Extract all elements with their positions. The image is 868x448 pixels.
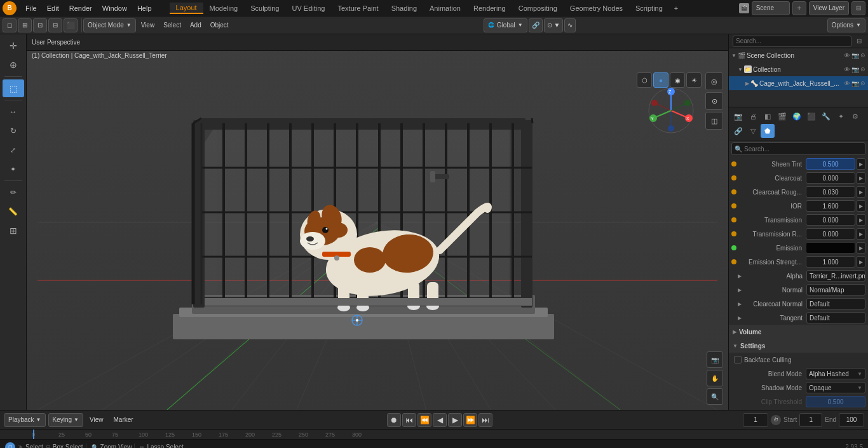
- tab-modeling[interactable]: Modeling: [203, 3, 245, 13]
- snap-btn[interactable]: 🔗: [529, 18, 543, 32]
- clearcoat-right-btn[interactable]: ▶: [857, 172, 865, 184]
- clearcoat-dot[interactable]: [731, 175, 736, 180]
- mode-icon-3[interactable]: ⊡: [33, 18, 47, 32]
- mode-icon-4[interactable]: ⊟: [48, 18, 62, 32]
- particles-props-icon[interactable]: ✦: [834, 109, 848, 123]
- mode-icon-5[interactable]: ⬛: [64, 18, 78, 32]
- object-mode-dropdown[interactable]: Object Mode▼: [83, 18, 136, 32]
- eye-icon[interactable]: 👁: [844, 52, 850, 59]
- camera-icon-sm[interactable]: 📷: [851, 52, 859, 59]
- stop-btn[interactable]: ⏺: [387, 413, 401, 427]
- tab-geometry-nodes[interactable]: Geometry Nodes: [564, 3, 629, 13]
- timeline-view-menu[interactable]: View: [86, 413, 107, 427]
- transform-tool[interactable]: ↔: [3, 103, 24, 121]
- clearcoat-normal-value[interactable]: Default: [806, 298, 865, 309]
- view-layer-props-icon[interactable]: ◧: [761, 109, 775, 123]
- keying-dropdown[interactable]: Keying▼: [48, 413, 84, 427]
- scene-props-icon[interactable]: 🎬: [775, 109, 789, 123]
- zoom-status[interactable]: 🔍 Zoom View: [86, 444, 132, 448]
- play-back-btn[interactable]: ◀: [433, 413, 447, 427]
- menu-window[interactable]: Window: [97, 3, 132, 13]
- sheen-tint-dot[interactable]: [731, 161, 736, 166]
- object-menu[interactable]: Object: [207, 18, 233, 32]
- normal-value[interactable]: Normal/Map: [806, 284, 865, 295]
- cr-right-btn[interactable]: ▶: [857, 186, 865, 198]
- material-props-icon[interactable]: ⬟: [761, 124, 775, 138]
- outliner-filter-btn[interactable]: ⊟: [854, 36, 864, 46]
- normal-expand[interactable]: ▶: [738, 287, 742, 293]
- view-menu[interactable]: View: [137, 18, 159, 32]
- backface-culling-checkbox[interactable]: [734, 356, 742, 363]
- transmission-r-value[interactable]: 0.000: [806, 228, 855, 240]
- step-forward-btn[interactable]: ⏩: [463, 413, 477, 427]
- cursor-tool[interactable]: ✛: [3, 37, 24, 55]
- clearcoat-value[interactable]: 0.000: [806, 172, 855, 184]
- annotate-tool[interactable]: ✏: [3, 184, 24, 201]
- tab-scripting[interactable]: Scripting: [629, 3, 669, 13]
- tab-compositing[interactable]: Compositing: [512, 3, 564, 13]
- alpha-value[interactable]: Terrier_R...invert.png: [806, 270, 865, 282]
- jump-start-btn[interactable]: ⏮: [402, 413, 416, 427]
- add-object-tool[interactable]: ⊞: [3, 222, 24, 240]
- sheen-tint-value[interactable]: 0.500: [806, 158, 855, 170]
- emission-color[interactable]: [806, 242, 855, 254]
- play-btn[interactable]: ▶: [448, 413, 462, 427]
- emission-dot[interactable]: [731, 245, 736, 250]
- select-menu[interactable]: Select: [159, 18, 185, 32]
- render-icon[interactable]: ⊙: [860, 52, 865, 58]
- alpha-expand[interactable]: ▶: [738, 273, 742, 279]
- tab-layout[interactable]: Layout: [170, 3, 203, 14]
- properties-search-input[interactable]: [744, 146, 862, 153]
- tangent-expand[interactable]: ▶: [738, 315, 742, 321]
- transmission-right-btn[interactable]: ▶: [857, 214, 865, 226]
- ior-dot[interactable]: [731, 203, 736, 208]
- tangent-value[interactable]: Default: [806, 312, 865, 323]
- object-props-icon[interactable]: ⬛: [804, 109, 818, 123]
- viewport-shading-btn[interactable]: ◎: [705, 72, 723, 90]
- new-scene-btn[interactable]: +: [792, 1, 806, 15]
- move-tool[interactable]: ⊕: [3, 56, 24, 74]
- output-props-icon[interactable]: 🖨: [746, 109, 760, 123]
- box-select-status[interactable]: ⊟ Box Select: [46, 444, 83, 448]
- lasso-status[interactable]: ✏ Lasso Select: [134, 444, 183, 448]
- mode-icon-2[interactable]: ⊞: [18, 18, 32, 32]
- menu-render[interactable]: Render: [64, 3, 97, 13]
- tab-add[interactable]: +: [669, 3, 683, 13]
- clearcoat-roughness-value[interactable]: 0.030: [806, 186, 855, 198]
- volume-section[interactable]: ▶ Volume: [729, 325, 868, 339]
- world-props-icon[interactable]: 🌍: [790, 109, 804, 123]
- clip-threshold-value[interactable]: 0.500: [806, 396, 865, 407]
- add-menu[interactable]: Add: [186, 18, 205, 32]
- clearcoat-roughness-dot[interactable]: [731, 189, 736, 194]
- modifier-props-icon[interactable]: 🔧: [819, 109, 833, 123]
- camera-view-btn[interactable]: 📷: [707, 351, 723, 368]
- view-layer-selector[interactable]: View Layer: [809, 1, 849, 15]
- camera-icon-sm-3[interactable]: 📷: [851, 80, 859, 87]
- playback-dropdown[interactable]: Playback▼: [4, 413, 46, 427]
- outliner-search[interactable]: [733, 36, 851, 47]
- emission-strength-value[interactable]: 1.000: [806, 256, 855, 268]
- es-right-btn[interactable]: ▶: [857, 256, 865, 268]
- transmission-dot[interactable]: [731, 217, 736, 222]
- tr-right-btn[interactable]: ▶: [857, 228, 865, 240]
- proportional-btn[interactable]: ⊙ ▼: [544, 18, 564, 32]
- jump-end-btn[interactable]: ⏭: [478, 413, 492, 427]
- physics-props-icon[interactable]: ⚙: [848, 109, 862, 123]
- object-row[interactable]: ▶ 🦴 Cage_with_Jack_Russell_... 👁 📷 ⊙: [729, 76, 868, 90]
- emission-strength-dot[interactable]: [731, 259, 736, 264]
- all-transform-tool[interactable]: ✦: [3, 160, 24, 178]
- ior-right-btn[interactable]: ▶: [857, 200, 865, 212]
- constraints-props-icon[interactable]: 🔗: [731, 124, 745, 138]
- collection-row[interactable]: ▼ 📁 Collection 👁 📷 ⊙: [729, 62, 868, 76]
- falloff-btn[interactable]: ∿: [564, 18, 576, 32]
- mode-icon-1[interactable]: ◻: [3, 18, 17, 32]
- start-frame[interactable]: 1: [799, 413, 822, 427]
- shadow-mode-dropdown[interactable]: Opaque ▼: [806, 382, 865, 393]
- scene-selector[interactable]: Scene: [752, 1, 790, 15]
- options-btn[interactable]: Options▼: [827, 18, 865, 32]
- camera-icon-sm-2[interactable]: 📷: [851, 66, 859, 73]
- ior-value[interactable]: 1.600: [806, 200, 855, 212]
- render-props-icon[interactable]: 📷: [731, 109, 745, 123]
- tab-animation[interactable]: Animation: [423, 3, 467, 13]
- zoom-btn[interactable]: 🔍: [707, 388, 723, 405]
